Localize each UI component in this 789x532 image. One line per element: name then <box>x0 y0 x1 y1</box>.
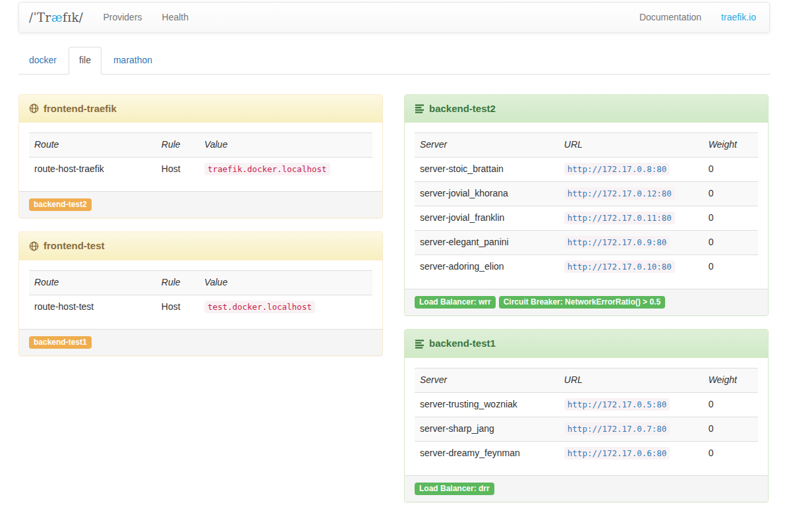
backend-panel-body: Server URL Weight server-trusting_woznia… <box>405 358 768 475</box>
server-name: server-trusting_wozniak <box>415 392 559 417</box>
backend-panel-footer: Load Balancer: wrrCircuit Breaker: Netwo… <box>405 289 768 315</box>
traefik-logo[interactable]: /ˈTræfɪk/ <box>19 3 93 32</box>
route-row: route-host-traefik Host traefik.docker.l… <box>29 158 372 181</box>
route-name: route-host-traefik <box>29 158 156 181</box>
server-row: server-adoring_elion http://172.17.0.10:… <box>415 255 758 279</box>
tasks-icon <box>415 339 424 349</box>
backend-title: backend-test1 <box>429 336 496 350</box>
label-load-balancer-wrr: Load Balancer: wrr <box>415 296 496 309</box>
frontend-panel-footer: backend-test2 <box>19 191 382 218</box>
servers-header-row: Server URL Weight <box>415 368 758 392</box>
server-url: http://172.17.0.7:80 <box>564 423 670 435</box>
frontend-panel-body: Route Rule Value route-host-test Host te… <box>19 260 382 329</box>
page: /ˈTræfɪk/ Providers Health Documentation… <box>9 0 780 516</box>
routes-col-route: Route <box>29 270 156 295</box>
server-weight: 0 <box>703 441 758 465</box>
server-name: server-dreamy_feynman <box>415 441 559 465</box>
tasks-icon <box>415 103 424 113</box>
tab-marathon-link[interactable]: marathon <box>103 47 163 74</box>
backend-panel-heading: backend-test1 <box>405 330 768 357</box>
routes-table: Route Rule Value route-host-test Host te… <box>29 270 372 319</box>
server-url: http://172.17.0.5:80 <box>564 398 670 411</box>
frontend-panel-footer: backend-test1 <box>19 329 382 355</box>
server-name: server-jovial_franklin <box>415 206 559 231</box>
backend-panel-footer: Load Balancer: drr <box>405 475 768 502</box>
route-value: test.docker.localhost <box>204 301 315 313</box>
backend-panel: backend-test2 Server URL Weight server-s… <box>404 94 769 316</box>
navbar-right-links: Documentation traefik.io <box>629 3 769 32</box>
route-rule: Host <box>156 295 199 318</box>
server-weight: 0 <box>703 255 758 279</box>
label-backend-test2: backend-test2 <box>29 198 92 211</box>
backend-panel-body: Server URL Weight server-stoic_brattain … <box>405 123 768 289</box>
server-url: http://172.17.0.6:80 <box>564 447 670 459</box>
servers-col-url: URL <box>559 368 703 392</box>
servers-col-weight: Weight <box>703 368 758 392</box>
globe-icon <box>29 241 39 251</box>
route-value: traefik.docker.localhost <box>204 163 330 175</box>
logo-suffix: fɪk/ <box>63 9 83 26</box>
server-url: http://172.17.0.8:80 <box>564 163 670 175</box>
servers-col-url: URL <box>559 133 703 158</box>
label-load-balancer-drr: Load Balancer: drr <box>415 483 494 495</box>
server-weight: 0 <box>703 417 758 441</box>
server-weight: 0 <box>703 158 758 182</box>
server-row: server-sharp_jang http://172.17.0.7:80 0 <box>415 417 758 441</box>
server-url: http://172.17.0.10:80 <box>564 260 675 273</box>
server-weight: 0 <box>703 392 758 417</box>
server-row: server-stoic_brattain http://172.17.0.8:… <box>415 158 758 182</box>
routes-col-rule: Rule <box>156 133 199 158</box>
navbar-link-health[interactable]: Health <box>152 3 198 32</box>
label-circuit-breaker-networkerrorratio-0-5: Circuit Breaker: NetworkErrorRatio() > 0… <box>499 296 665 309</box>
tab-marathon: marathon <box>103 47 163 74</box>
navbar-link-traefik-io[interactable]: traefik.io <box>711 3 766 32</box>
server-url: http://172.17.0.9:80 <box>564 236 670 249</box>
servers-table: Server URL Weight server-stoic_brattain … <box>415 133 758 279</box>
routes-col-value: Value <box>199 270 372 295</box>
backends-column: backend-test2 Server URL Weight server-s… <box>404 94 769 516</box>
server-name: server-adoring_elion <box>415 255 559 279</box>
navbar-link-documentation[interactable]: Documentation <box>629 3 711 32</box>
servers-col-server: Server <box>415 133 559 158</box>
tab-docker: docker <box>18 47 67 74</box>
server-name: server-sharp_jang <box>415 417 559 441</box>
server-url: http://172.17.0.12:80 <box>564 187 675 200</box>
server-row: server-jovial_khorana http://172.17.0.12… <box>415 182 758 206</box>
navbar-link-providers[interactable]: Providers <box>93 3 152 32</box>
provider-tabs: docker file marathon <box>18 47 771 74</box>
backend-panel: backend-test1 Server URL Weight server-t… <box>404 329 769 502</box>
content: frontend-traefik Route Rule Value route-… <box>9 94 780 516</box>
frontend-panel: frontend-traefik Route Rule Value route-… <box>18 94 383 218</box>
server-name: server-stoic_brattain <box>415 158 559 182</box>
navbar: /ˈTræfɪk/ Providers Health Documentation… <box>18 2 770 33</box>
routes-header-row: Route Rule Value <box>29 270 372 295</box>
servers-col-server: Server <box>415 368 559 392</box>
server-name: server-elegant_panini <box>415 231 559 255</box>
route-rule: Host <box>156 158 199 181</box>
servers-header-row: Server URL Weight <box>415 133 758 158</box>
tab-file-link[interactable]: file <box>69 47 102 74</box>
logo-accent: æ <box>51 9 63 26</box>
backend-panel-heading: backend-test2 <box>405 95 768 123</box>
server-row: server-elegant_panini http://172.17.0.9:… <box>415 231 758 255</box>
routes-header-row: Route Rule Value <box>29 133 372 158</box>
frontend-panel-heading: frontend-traefik <box>19 95 382 123</box>
server-row: server-dreamy_feynman http://172.17.0.6:… <box>415 441 758 465</box>
server-weight: 0 <box>703 182 758 206</box>
routes-col-value: Value <box>199 133 372 158</box>
globe-icon <box>29 103 39 113</box>
frontend-title: frontend-test <box>44 239 105 252</box>
routes-table: Route Rule Value route-host-traefik Host… <box>29 133 372 181</box>
routes-col-rule: Rule <box>156 270 199 295</box>
label-backend-test1: backend-test1 <box>29 336 92 349</box>
backend-title: backend-test2 <box>429 102 496 115</box>
server-row: server-trusting_wozniak http://172.17.0.… <box>415 392 758 417</box>
routes-col-route: Route <box>29 133 156 158</box>
server-name: server-jovial_khorana <box>415 182 559 206</box>
frontend-panel-body: Route Rule Value route-host-traefik Host… <box>19 123 382 191</box>
tab-docker-link[interactable]: docker <box>18 47 67 74</box>
server-row: server-jovial_franklin http://172.17.0.1… <box>415 206 758 231</box>
servers-table: Server URL Weight server-trusting_woznia… <box>415 368 758 465</box>
servers-col-weight: Weight <box>703 133 758 158</box>
route-name: route-host-test <box>29 295 156 318</box>
